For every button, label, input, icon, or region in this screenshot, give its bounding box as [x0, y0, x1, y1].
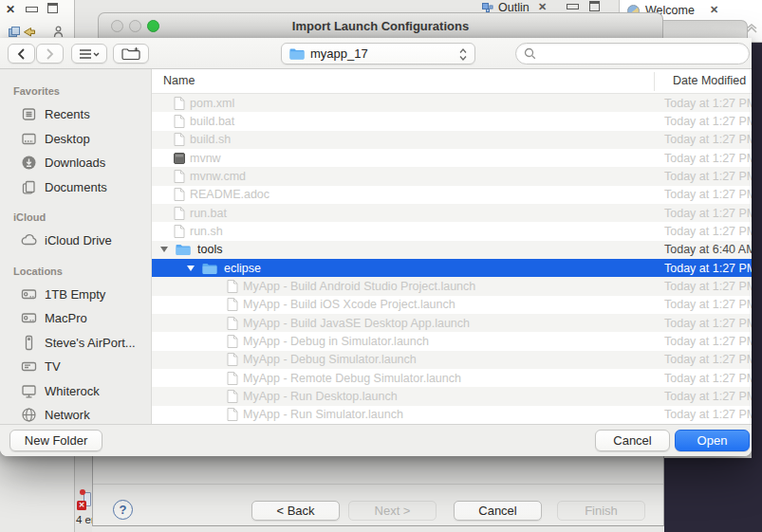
folder-icon	[176, 244, 191, 256]
display-icon	[21, 383, 37, 399]
sidebar-item-network[interactable]: Network	[0, 403, 151, 424]
file-date: Today at 1:27 PM	[664, 115, 752, 128]
file-date: Today at 1:27 PM	[664, 372, 752, 385]
sheet-top-edge	[663, 20, 748, 39]
file-date: Today at 1:27 PM	[664, 188, 752, 201]
minimize-icon[interactable]	[567, 4, 579, 9]
file-row[interactable]: run.shToday at 1:27 PM	[152, 222, 752, 240]
document-icon	[174, 225, 185, 238]
file-chooser-sheet: myapp_17 FavoritesRecentsDesktopDownload…	[0, 38, 752, 456]
document-icon	[227, 280, 238, 293]
sidebar-item-recents[interactable]: Recents	[0, 102, 151, 127]
sidebar-section-label: Favorites	[0, 82, 151, 102]
file-row[interactable]: MyApp - Debug in Simulator.launchToday a…	[152, 332, 752, 350]
disclosure-triangle[interactable]	[160, 247, 168, 252]
file-row[interactable]: build.batToday at 1:27 PM	[152, 112, 752, 130]
new-folder-toolbar-button[interactable]	[113, 44, 149, 64]
current-folder-label: myapp_17	[310, 46, 368, 61]
sidebar-item-label: iCloud Drive	[45, 233, 112, 248]
close-view-icon[interactable]: ✕	[6, 4, 15, 15]
file-date: Today at 1:27 PM	[664, 335, 752, 348]
view-mode-button[interactable]	[71, 44, 107, 64]
folder-icon	[289, 47, 305, 60]
sidebar-item-tv[interactable]: TV	[0, 355, 151, 379]
sheet-toolbar: myapp_17	[0, 38, 752, 69]
search-field[interactable]	[515, 43, 750, 64]
sidebar-item-label: TV	[45, 359, 61, 374]
back-button[interactable]: < Back	[251, 501, 340, 521]
file-date: Today at 1:27 PM	[664, 133, 752, 146]
file-row[interactable]: mvnwToday at 1:27 PM	[152, 149, 752, 167]
maximize-view-icon[interactable]	[47, 3, 58, 13]
screen: ✕ Outlin ✕ Welcome ✕ Import Launch Confi…	[0, 0, 762, 532]
minimize-view-icon[interactable]	[26, 7, 38, 12]
document-icon	[174, 188, 185, 201]
file-name: MyApp - Build Android Studio Project.lau…	[243, 280, 475, 293]
sidebar-item-macpro[interactable]: MacPro	[0, 306, 151, 331]
file-row[interactable]: eclipseToday at 1:27 PM	[152, 259, 752, 277]
forward-nav-button[interactable]	[36, 44, 64, 64]
sidebar-item-documents[interactable]: Documents	[0, 175, 151, 200]
wizard-titlebar[interactable]: Import Launch Configurations	[98, 12, 663, 39]
search-input[interactable]	[541, 46, 731, 61]
file-row[interactable]: MyApp - Build iOS Xcode Project.launchTo…	[152, 296, 752, 314]
sidebar: FavoritesRecentsDesktopDownloadsDocument…	[0, 69, 152, 424]
sidebar-item-desktop[interactable]: Desktop	[0, 127, 151, 152]
sidebar-item-label: Downloads	[45, 156, 105, 170]
sidebar-item-label: Steve's AirPort...	[45, 336, 136, 350]
column-header-name[interactable]: Name	[163, 74, 195, 87]
cancel-button[interactable]: Cancel	[595, 430, 670, 451]
new-folder-button[interactable]: New Folder	[9, 430, 102, 451]
sidebar-item-steve-s-airport[interactable]: Steve's AirPort...	[0, 331, 151, 356]
editor-dark-background-corner	[664, 458, 762, 532]
error-x-icon: ✕	[77, 501, 86, 510]
document-icon	[174, 115, 185, 128]
file-row[interactable]: pom.xmlToday at 1:27 PM	[152, 94, 752, 112]
maximize-icon[interactable]	[589, 1, 600, 11]
file-date: Today at 1:27 PM	[664, 97, 752, 110]
disclosure-triangle[interactable]	[187, 266, 195, 271]
sidebar-item-icloud-drive[interactable]: iCloud Drive	[0, 229, 151, 253]
file-row[interactable]: run.batToday at 1:27 PM	[152, 204, 752, 222]
tvbox-icon	[21, 358, 37, 375]
back-arrow-icon[interactable]	[23, 27, 35, 38]
network-icon	[21, 407, 37, 423]
file-row[interactable]: README.adocToday at 1:27 PM	[152, 186, 752, 204]
column-header-date[interactable]: Date Modified	[673, 74, 746, 87]
wizard-cancel-button[interactable]: Cancel	[454, 501, 542, 521]
close-welcome-tab-icon[interactable]: ✕	[710, 4, 718, 15]
column-divider[interactable]	[654, 72, 655, 91]
file-row[interactable]: MyApp - Build JavaSE Desktop App.launchT…	[152, 314, 752, 332]
help-button[interactable]: ?	[113, 500, 133, 520]
finish-button: Finish	[557, 501, 645, 521]
back-nav-button[interactable]	[8, 44, 35, 64]
sidebar-item-1tb-empty[interactable]: 1TB Empty	[0, 283, 151, 307]
current-folder-dropdown[interactable]: myapp_17	[281, 43, 475, 64]
sidebar-item-label: Desktop	[45, 132, 90, 146]
search-icon	[524, 47, 536, 60]
list-header[interactable]: Name Date Modified	[152, 69, 752, 94]
file-row[interactable]: MyApp - Build Android Studio Project.lau…	[152, 277, 752, 295]
file-name: run.bat	[190, 207, 227, 220]
sidebar-item-whiterock[interactable]: Whiterock	[0, 379, 151, 404]
error-count-label: 4 er	[76, 514, 92, 525]
file-row[interactable]: MyApp - Remote Debug Simulator.launchTod…	[152, 369, 752, 387]
file-date: Today at 1:27 PM	[664, 408, 752, 421]
sidebar-item-downloads[interactable]: Downloads	[0, 151, 151, 175]
file-row[interactable]: mvnw.cmdToday at 1:27 PM	[152, 167, 752, 185]
sidebar-item-label: Network	[45, 408, 90, 422]
file-row[interactable]: MyApp - Run Desktop.launchToday at 1:27 …	[152, 387, 752, 405]
file-row[interactable]: MyApp - Run Simulator.launchToday at 1:2…	[152, 406, 752, 424]
close-outline-tab-icon[interactable]: ✕	[538, 1, 547, 12]
chevron-left-icon	[17, 48, 26, 60]
file-row[interactable]: toolsToday at 6:40 AM	[152, 241, 752, 259]
file-row[interactable]: build.shToday at 1:27 PM	[152, 131, 752, 149]
file-name: MyApp - Build JavaSE Desktop App.launch	[243, 317, 470, 330]
open-button[interactable]: Open	[675, 430, 750, 451]
document-icon	[227, 372, 238, 385]
file-date: Today at 1:27 PM	[664, 152, 752, 165]
file-date: Today at 1:27 PM	[664, 390, 752, 403]
file-date: Today at 6:40 AM	[664, 243, 752, 256]
file-row[interactable]: MyApp - Debug Simulator.launchToday at 1…	[152, 351, 752, 369]
sidebar-item-label: Recents	[45, 107, 90, 121]
